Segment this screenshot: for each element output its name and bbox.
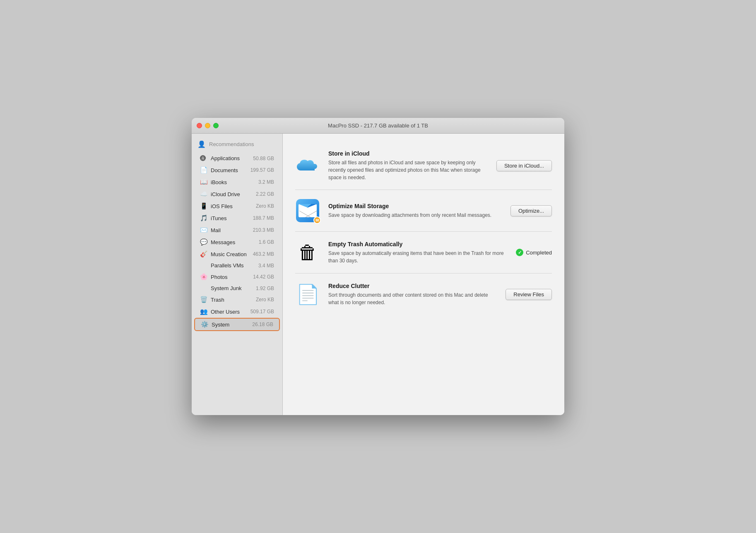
sidebar-item-label-system-junk: System Junk (209, 285, 256, 291)
system-icon: ⚙️ (201, 321, 210, 328)
sidebar-item-label-system: System (210, 322, 252, 328)
other-users-icon: 👥 (200, 308, 209, 315)
photos-icon: 🌸 (200, 273, 209, 281)
music-creation-icon: 🎸 (200, 250, 209, 258)
sidebar-item-ibooks[interactable]: 📖iBooks3.2 MB (194, 176, 280, 188)
applications-icon: 🅐 (200, 155, 209, 162)
sidebar-item-label-ibooks: iBooks (209, 179, 258, 185)
window-title: MacPro SSD - 217.7 GB available of 1 TB (328, 122, 428, 129)
sidebar-item-size-trash: Zero KB (256, 297, 274, 303)
ibooks-icon: 📖 (200, 178, 209, 186)
sidebar-item-size-applications: 50.88 GB (253, 156, 274, 161)
sidebar-item-size-itunes: 188.7 MB (253, 215, 274, 221)
sidebar-item-label-messages: Messages (209, 239, 259, 245)
mail-action: Optimize... (510, 205, 552, 216)
recommendation-mail: ✉ Optimize Mail StorageSave space by dow… (295, 190, 552, 232)
sidebar-header-label: Recommendations (209, 141, 254, 147)
sidebar-item-label-other-users: Other Users (209, 309, 250, 315)
sidebar-items-container: 🅐Applications50.88 GB📄Documents199.57 GB… (192, 153, 282, 331)
completed-checkmark-icon: ✓ (516, 249, 523, 256)
sidebar-item-system-junk[interactable]: System Junk1.92 GB (194, 283, 280, 293)
clutter-icon: 📄 (295, 282, 320, 307)
sidebar-item-size-parallels-vms: 3.4 MB (258, 263, 274, 269)
mail-icon: ✉ (295, 198, 320, 223)
sidebar-item-itunes[interactable]: 🎵iTunes188.7 MB (194, 212, 280, 224)
clutter-title: Reduce Clutter (328, 283, 497, 289)
sidebar-item-icloud-drive[interactable]: ☁️iCloud Drive2.22 GB (194, 188, 280, 200)
recommendations-container: Store in iCloudStore all files and photo… (295, 142, 552, 315)
trash-content: Empty Trash AutomaticallySave space by a… (328, 241, 508, 264)
sidebar: 👤 Recommendations 🅐Applications50.88 GB📄… (192, 134, 283, 415)
sidebar-item-label-music-creation: Music Creation (209, 251, 253, 257)
trash-action: ✓Completed (516, 249, 552, 256)
sidebar-item-mail[interactable]: ✉️Mail210.3 MB (194, 224, 280, 236)
sidebar-item-size-ios-files: Zero KB (256, 203, 274, 209)
traffic-lights (197, 123, 219, 128)
sidebar-item-size-photos: 14.42 GB (253, 274, 274, 280)
itunes-icon: 🎵 (200, 214, 209, 222)
sidebar-item-label-documents: Documents (209, 167, 250, 173)
sidebar-item-label-icloud-drive: iCloud Drive (209, 191, 256, 197)
ios-files-icon: 📱 (200, 202, 209, 210)
mail-description: Save space by downloading attachments fr… (328, 211, 502, 219)
sidebar-item-size-ibooks: 3.2 MB (258, 179, 274, 185)
sidebar-item-size-other-users: 509.17 GB (250, 309, 274, 315)
sidebar-item-system[interactable]: ⚙️System26.18 GB (194, 318, 280, 331)
icloud-description: Store all files and photos in iCloud and… (328, 159, 488, 181)
recommendation-trash: 🗑Empty Trash AutomaticallySave space by … (295, 232, 552, 274)
sidebar-item-music-creation[interactable]: 🎸Music Creation463.2 MB (194, 248, 280, 260)
content-area: 👤 Recommendations 🅐Applications50.88 GB📄… (192, 134, 564, 415)
clutter-description: Sort through documents and other content… (328, 291, 497, 306)
minimize-button[interactable] (205, 123, 210, 128)
sidebar-item-documents[interactable]: 📄Documents199.57 GB (194, 164, 280, 176)
sidebar-item-label-mail: Mail (209, 227, 253, 233)
titlebar: MacPro SSD - 217.7 GB available of 1 TB (192, 118, 564, 134)
main-content: Store in iCloudStore all files and photo… (283, 134, 564, 415)
completed-label: Completed (526, 250, 552, 256)
trash-title: Empty Trash Automatically (328, 241, 508, 247)
sidebar-item-label-applications: Applications (209, 155, 253, 161)
close-button[interactable] (197, 123, 202, 128)
recommendation-clutter: 📄Reduce ClutterSort through documents an… (295, 274, 552, 315)
sidebar-item-size-mail: 210.3 MB (253, 227, 274, 233)
mail-button[interactable]: Optimize... (510, 205, 552, 216)
sidebar-item-size-messages: 1.6 GB (259, 239, 274, 245)
icloud-drive-icon: ☁️ (200, 190, 209, 198)
sidebar-item-label-parallels-vms: Parallels VMs (209, 262, 258, 269)
sidebar-item-label-photos: Photos (209, 274, 253, 280)
icloud-action: Store in iCloud... (496, 160, 552, 171)
messages-icon: 💬 (200, 238, 209, 246)
clutter-content: Reduce ClutterSort through documents and… (328, 283, 497, 306)
sidebar-item-size-icloud-drive: 2.22 GB (256, 191, 274, 197)
maximize-button[interactable] (213, 123, 219, 128)
clutter-action: Review Files (506, 289, 552, 300)
sidebar-item-label-itunes: iTunes (209, 215, 253, 221)
sidebar-item-label-trash: Trash (209, 297, 256, 303)
trash-description: Save space by automatically erasing item… (328, 250, 508, 264)
sidebar-item-parallels-vms[interactable]: Parallels VMs3.4 MB (194, 260, 280, 271)
trash-status: ✓Completed (516, 249, 552, 256)
clutter-button[interactable]: Review Files (506, 289, 552, 300)
sidebar-header: 👤 Recommendations (192, 137, 282, 152)
sidebar-item-ios-files[interactable]: 📱iOS FilesZero KB (194, 200, 280, 212)
mail-content: Optimize Mail StorageSave space by downl… (328, 203, 502, 219)
recommendation-icloud: Store in iCloudStore all files and photo… (295, 142, 552, 190)
sidebar-item-other-users[interactable]: 👥Other Users509.17 GB (194, 306, 280, 317)
sidebar-item-trash[interactable]: 🗑️TrashZero KB (194, 294, 280, 305)
sidebar-item-size-system: 26.18 GB (252, 322, 273, 327)
sidebar-item-messages[interactable]: 💬Messages1.6 GB (194, 236, 280, 248)
sidebar-item-size-music-creation: 463.2 MB (253, 251, 274, 257)
sidebar-item-applications[interactable]: 🅐Applications50.88 GB (194, 153, 280, 164)
sidebar-item-photos[interactable]: 🌸Photos14.42 GB (194, 271, 280, 283)
main-window: MacPro SSD - 217.7 GB available of 1 TB … (192, 118, 564, 415)
recommendations-icon: 👤 (197, 140, 206, 148)
mail-title: Optimize Mail Storage (328, 203, 502, 209)
icloud-icon (295, 154, 320, 178)
documents-icon: 📄 (200, 166, 209, 174)
trash-icon: 🗑️ (200, 296, 209, 303)
trash-icon: 🗑 (295, 240, 320, 265)
icloud-button[interactable]: Store in iCloud... (496, 160, 552, 171)
sidebar-item-label-ios-files: iOS Files (209, 203, 256, 209)
icloud-title: Store in iCloud (328, 150, 488, 157)
mail-icon: ✉️ (200, 226, 209, 234)
